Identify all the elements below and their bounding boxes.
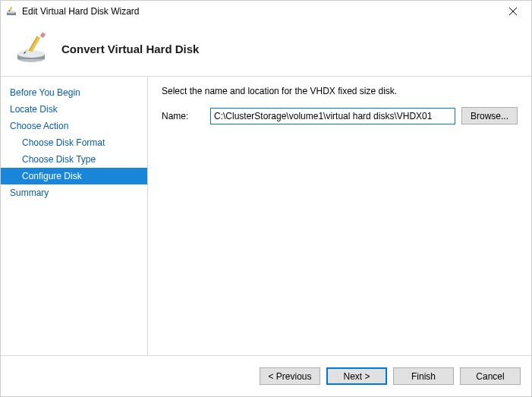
next-button[interactable]: Next > [326,367,387,385]
wizard-content: Select the name and location for the VHD… [148,77,531,355]
sidebar-item-label: Locate Disk [10,104,58,115]
app-icon [5,5,17,17]
sidebar-item-label: Choose Action [10,121,68,131]
sidebar-item-label: Before You Begin [10,87,80,98]
svg-rect-9 [29,36,40,52]
name-label: Name: [162,111,204,121]
wizard-page-title: Convert Virtual Hard Disk [61,43,199,55]
sidebar-item-summary[interactable]: Summary [1,184,147,201]
sidebar-item-choose-disk-type[interactable]: Choose Disk Type [1,151,147,168]
name-input[interactable] [210,108,455,124]
svg-rect-13 [40,33,46,38]
sidebar-item-before-you-begin[interactable]: Before You Begin [1,84,147,101]
wizard-header-icon [14,33,51,66]
sidebar-item-choose-disk-format[interactable]: Choose Disk Format [1,134,147,151]
wizard-steps-sidebar: Before You Begin Locate Disk Choose Acti… [1,77,148,355]
sidebar-item-choose-action[interactable]: Choose Action [1,118,147,134]
wizard-header: Convert Virtual Hard Disk [1,22,531,77]
cancel-button[interactable]: Cancel [460,367,521,385]
sidebar-item-label: Choose Disk Type [22,154,96,165]
sidebar-item-locate-disk[interactable]: Locate Disk [1,101,147,118]
sidebar-item-label: Choose Disk Format [22,137,105,148]
window-titlebar: Edit Virtual Hard Disk Wizard [1,1,531,22]
sidebar-item-label: Configure Disk [22,171,82,181]
name-field-row: Name: Browse... [162,107,518,124]
sidebar-item-label: Summary [10,187,49,198]
instruction-text: Select the name and location for the VHD… [162,86,518,96]
window-title: Edit Virtual Hard Disk Wizard [22,6,498,17]
window-close-button[interactable] [498,1,528,22]
sidebar-item-configure-disk[interactable]: Configure Disk [1,168,147,184]
wizard-footer: < Previous Next > Finish Cancel [1,355,531,396]
close-icon [509,8,517,15]
finish-button[interactable]: Finish [393,367,454,385]
browse-button[interactable]: Browse... [461,107,518,124]
previous-button[interactable]: < Previous [260,367,320,385]
svg-point-1 [7,11,16,13]
